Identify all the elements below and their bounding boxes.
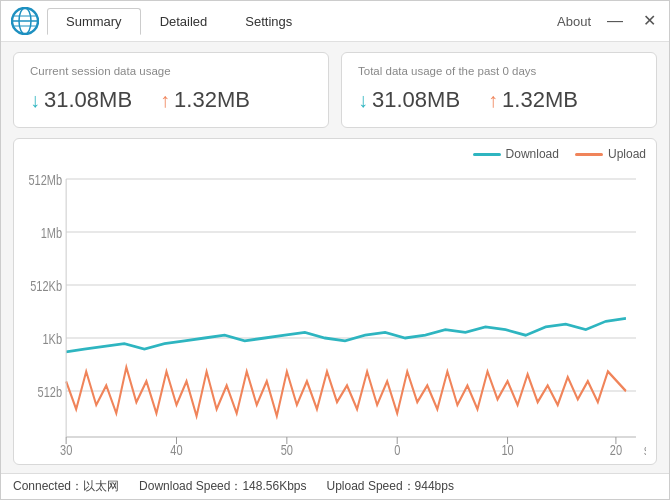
svg-text:512Kb: 512Kb — [30, 277, 62, 294]
app-icon — [11, 7, 39, 35]
upload-arrow-icon: ↑ — [160, 89, 170, 112]
svg-text:512Mb: 512Mb — [28, 171, 62, 188]
svg-text:30: 30 — [60, 441, 72, 458]
tab-settings[interactable]: Settings — [226, 8, 311, 35]
total-upload: ↑ 1.32MB — [488, 87, 578, 113]
status-upload-speed: Upload Speed：944bps — [327, 478, 454, 495]
svg-text:1Mb: 1Mb — [41, 224, 62, 241]
app-window: Summary Detailed Settings About — ✕ Curr… — [0, 0, 670, 500]
title-bar: Summary Detailed Settings About — ✕ — [1, 1, 669, 42]
svg-text:s: s — [644, 443, 646, 458]
legend-download: Download — [473, 147, 559, 161]
total-card-title: Total data usage of the past 0 days — [358, 65, 640, 77]
tabs: Summary Detailed Settings — [47, 8, 311, 35]
status-connected: Connected：以太网 — [13, 478, 119, 495]
download-arrow-icon: ↓ — [30, 89, 40, 112]
minimize-button[interactable]: — — [605, 13, 625, 29]
session-card-title: Current session data usage — [30, 65, 312, 77]
session-download-value: 31.08MB — [44, 87, 132, 113]
legend-upload-label: Upload — [608, 147, 646, 161]
legend-upload: Upload — [575, 147, 646, 161]
svg-text:0: 0 — [394, 441, 400, 458]
status-download-speed: Download Speed：148.56Kbps — [139, 478, 306, 495]
download-line — [66, 318, 626, 351]
svg-text:50: 50 — [281, 441, 293, 458]
total-data-card: Total data usage of the past 0 days ↓ 31… — [341, 52, 657, 128]
session-card-values: ↓ 31.08MB ↑ 1.32MB — [30, 87, 312, 113]
total-download-value: 31.08MB — [372, 87, 460, 113]
title-bar-right: About — ✕ — [557, 13, 659, 29]
total-download: ↓ 31.08MB — [358, 87, 460, 113]
cards-row: Current session data usage ↓ 31.08MB ↑ 1… — [13, 52, 657, 128]
close-button[interactable]: ✕ — [639, 13, 659, 29]
total-upload-value: 1.32MB — [502, 87, 578, 113]
total-card-values: ↓ 31.08MB ↑ 1.32MB — [358, 87, 640, 113]
svg-text:1Kb: 1Kb — [42, 330, 62, 347]
chart-svg: 512Mb 1Mb 512Kb 1Kb 512b — [24, 165, 646, 458]
svg-text:20: 20 — [610, 441, 622, 458]
tab-detailed[interactable]: Detailed — [141, 8, 227, 35]
svg-text:10: 10 — [501, 441, 513, 458]
session-upload-value: 1.32MB — [174, 87, 250, 113]
total-upload-arrow-icon: ↑ — [488, 89, 498, 112]
svg-text:512b: 512b — [38, 383, 63, 400]
svg-text:40: 40 — [170, 441, 182, 458]
status-bar: Connected：以太网 Download Speed：148.56Kbps … — [1, 473, 669, 499]
legend-download-line — [473, 153, 501, 156]
about-link[interactable]: About — [557, 14, 591, 29]
session-download: ↓ 31.08MB — [30, 87, 132, 113]
session-upload: ↑ 1.32MB — [160, 87, 250, 113]
title-bar-left: Summary Detailed Settings — [11, 7, 311, 35]
legend-upload-line — [575, 153, 603, 156]
tab-summary[interactable]: Summary — [47, 8, 141, 35]
chart-area: Download Upload 512Mb 1Mb 512Kb 1Kb 512b — [13, 138, 657, 465]
total-download-arrow-icon: ↓ — [358, 89, 368, 112]
chart-container: 512Mb 1Mb 512Kb 1Kb 512b — [24, 165, 646, 458]
legend-download-label: Download — [506, 147, 559, 161]
chart-legend: Download Upload — [24, 147, 646, 161]
main-content: Current session data usage ↓ 31.08MB ↑ 1… — [1, 42, 669, 473]
session-data-card: Current session data usage ↓ 31.08MB ↑ 1… — [13, 52, 329, 128]
